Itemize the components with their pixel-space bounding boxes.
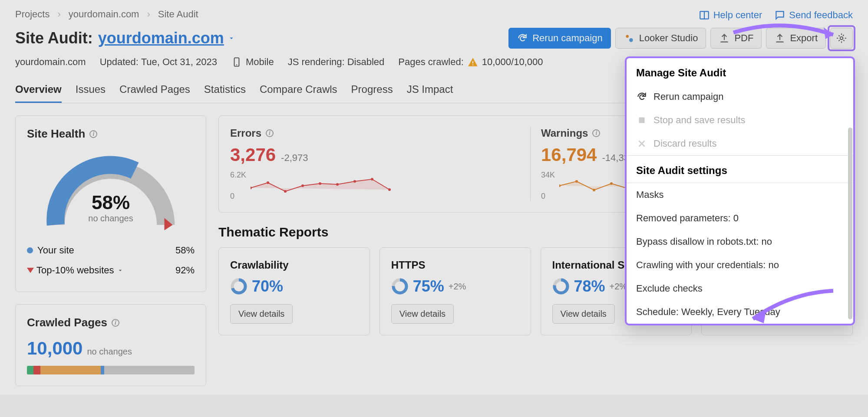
dd-stop-label: Stop and save results [653, 115, 746, 126]
dd-manage-title: Manage Site Audit [627, 58, 853, 85]
dd-masks[interactable]: Masks [627, 183, 853, 207]
refresh-icon [636, 91, 647, 102]
dd-bypass-robots[interactable]: Bypass disallow in robots.txt: no [627, 230, 853, 253]
dd-settings-title: Site Audit settings [627, 156, 853, 183]
dd-schedule[interactable]: Schedule: Weekly, Every Tuesday [627, 300, 853, 324]
dd-rerun-campaign[interactable]: Rerun campaign [627, 85, 853, 108]
close-icon [636, 138, 647, 149]
stop-icon [636, 115, 647, 126]
dd-discard-label: Discard results [653, 138, 716, 149]
scrollbar[interactable] [848, 128, 852, 319]
dd-exclude-checks[interactable]: Exclude checks [627, 277, 853, 300]
svg-rect-35 [639, 118, 645, 123]
dd-discard: Discard results [627, 132, 853, 155]
dd-credentials[interactable]: Crawling with your credentials: no [627, 253, 853, 277]
dd-stop-save: Stop and save results [627, 108, 853, 132]
dd-rerun-label: Rerun campaign [653, 91, 723, 102]
dd-removed-params[interactable]: Removed parameters: 0 [627, 207, 853, 230]
settings-dropdown: Manage Site Audit Rerun campaign Stop an… [625, 56, 855, 325]
